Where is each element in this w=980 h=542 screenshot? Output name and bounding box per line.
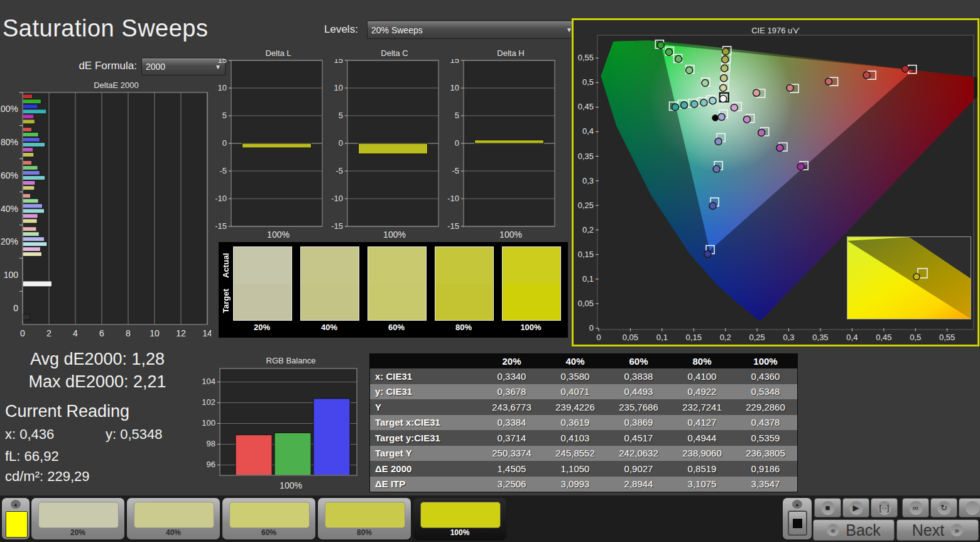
- strip-swatch-label: 40%: [300, 323, 358, 332]
- results-table: 20%40%60%80%100%x: CIE310,33400,35800,38…: [369, 353, 798, 492]
- patch-window-up-icon[interactable]: ▲: [11, 500, 21, 509]
- svg-text:0,15: 0,15: [686, 333, 702, 342]
- table-column-header: [370, 354, 480, 368]
- patch-tile-80%[interactable]: 80%: [318, 498, 411, 539]
- current-patch-tile[interactable]: ▲: [2, 498, 30, 539]
- svg-text:104: 104: [202, 377, 215, 386]
- svg-text:96: 96: [207, 460, 215, 469]
- table-column-header: 60%: [607, 354, 670, 368]
- strip-swatch-target: [234, 284, 291, 320]
- table-cell: 0,4378: [734, 415, 797, 431]
- svg-text:0: 0: [20, 328, 25, 338]
- table-row-label: y: CIE31: [370, 384, 480, 400]
- refresh-icon: ↻: [937, 501, 951, 515]
- svg-text:0,45: 0,45: [876, 333, 891, 342]
- svg-text:10: 10: [218, 83, 227, 92]
- strip-swatch-actual: [435, 247, 493, 284]
- bottom-bar: ▲ 20%40%60%80%100% ▲ ■▶[··]∞↻ « Back Nex…: [0, 495, 980, 542]
- table-cell: 0,4493: [607, 384, 670, 400]
- patch-tile-40%[interactable]: 40%: [127, 498, 220, 539]
- svg-text:-15: -15: [215, 221, 227, 229]
- next-button-label: Next: [912, 521, 944, 539]
- play-button[interactable]: ▶: [842, 498, 869, 517]
- svg-text:0,05: 0,05: [623, 333, 638, 342]
- svg-text:0: 0: [13, 303, 18, 313]
- svg-text:10: 10: [450, 83, 459, 92]
- svg-text:-10: -10: [215, 194, 227, 203]
- rgb-balance-plot: 9698100102104: [201, 367, 363, 479]
- bracket-dots-button[interactable]: [··]: [871, 498, 898, 517]
- table-cell: 0,5348: [734, 384, 797, 400]
- delta-l-xlabel: 100%: [212, 230, 325, 240]
- delta-h-title: Delta H: [464, 48, 558, 58]
- table-column-header: 100%: [734, 354, 797, 368]
- svg-text:8: 8: [126, 328, 131, 338]
- circle-button[interactable]: [959, 498, 980, 517]
- patch-swatch: [38, 502, 119, 528]
- refresh-button[interactable]: ↻: [930, 498, 957, 517]
- reading-y: y: 0,5348: [106, 426, 163, 443]
- svg-text:0,25: 0,25: [578, 201, 594, 210]
- table-cell: 0,4103: [543, 430, 607, 446]
- table-cell: 3,3547: [734, 477, 797, 492]
- table-cell: 229,2860: [734, 399, 797, 415]
- reading-cdm2: cd/m²: 229,29: [5, 468, 90, 485]
- strip-swatch-label: 80%: [435, 323, 493, 332]
- back-button-label: Back: [846, 521, 881, 539]
- back-button[interactable]: « Back: [813, 519, 895, 541]
- deltae2000-chart-title: DeltaE 2000: [21, 80, 211, 90]
- patch-window-button[interactable]: [788, 511, 807, 536]
- svg-text:0,1: 0,1: [582, 274, 594, 284]
- patch-swatch: [229, 502, 310, 528]
- strip-swatch-actual: [301, 247, 359, 284]
- de-formula-label: dE Formula:: [63, 60, 137, 72]
- table-cell: 1,1050: [543, 461, 607, 477]
- delta-h-chart: Delta H 151050-5-10-15 100%: [445, 48, 558, 240]
- svg-text:14: 14: [202, 328, 211, 338]
- strip-swatch-target: [435, 284, 493, 320]
- svg-text:5: 5: [455, 111, 459, 120]
- svg-text:80%: 80%: [1, 137, 18, 147]
- table-row-label: ΔE ITP: [370, 477, 480, 492]
- svg-text:-5: -5: [219, 166, 227, 175]
- stop-icon: ■: [821, 501, 835, 515]
- svg-text:10: 10: [334, 83, 343, 92]
- patch-tile-60%[interactable]: 60%: [222, 498, 315, 539]
- table-cell: 3,2506: [480, 477, 543, 492]
- svg-text:0,25: 0,25: [749, 333, 765, 342]
- table-cell: 0,9186: [734, 461, 797, 477]
- strip-swatch-actual: [234, 247, 291, 284]
- svg-text:0: 0: [339, 138, 343, 148]
- svg-text:0: 0: [589, 323, 594, 333]
- table-cell: 0,8519: [670, 461, 734, 477]
- infinity-icon: ∞: [909, 501, 923, 515]
- patch-window-up-icon[interactable]: ▲: [792, 500, 802, 509]
- svg-text:0,4: 0,4: [582, 126, 594, 136]
- strip-swatch-60%: [368, 246, 427, 321]
- levels-dropdown[interactable]: 20% Sweeps ▼: [367, 21, 577, 39]
- patch-tile-20%[interactable]: 20%: [31, 498, 124, 539]
- play-icon: ▶: [849, 501, 863, 515]
- table-cell: 0,3340: [480, 368, 543, 384]
- next-button[interactable]: Next »: [896, 519, 979, 541]
- svg-text:100: 100: [202, 418, 215, 428]
- svg-text:102: 102: [202, 397, 215, 407]
- chevrons-right-icon: »: [950, 524, 963, 536]
- table-cell: 0,3580: [543, 368, 607, 384]
- svg-text:0,35: 0,35: [812, 333, 828, 342]
- svg-text:20%: 20%: [1, 236, 18, 246]
- patch-tile-100%[interactable]: 100%: [413, 498, 506, 539]
- actual-row-label: Actual: [221, 247, 231, 284]
- strip-swatch-100%: [502, 246, 561, 321]
- infinity-button[interactable]: ∞: [902, 498, 929, 517]
- stop-button[interactable]: ■: [814, 498, 841, 517]
- table-cell: 0,4100: [670, 368, 734, 384]
- delta-l-title: Delta L: [231, 48, 325, 58]
- table-cell: 0,9027: [607, 461, 670, 477]
- cie-1976-panel[interactable]: CIE 1976 u'v' 000,050,050,10,10,150,150,…: [572, 18, 979, 346]
- reading-fl: fL: 66,92: [5, 448, 59, 465]
- strip-swatch-80%: [435, 246, 494, 321]
- svg-text:-15: -15: [447, 221, 459, 229]
- table-cell: 236,3805: [734, 446, 797, 462]
- strip-swatch-target: [368, 284, 426, 320]
